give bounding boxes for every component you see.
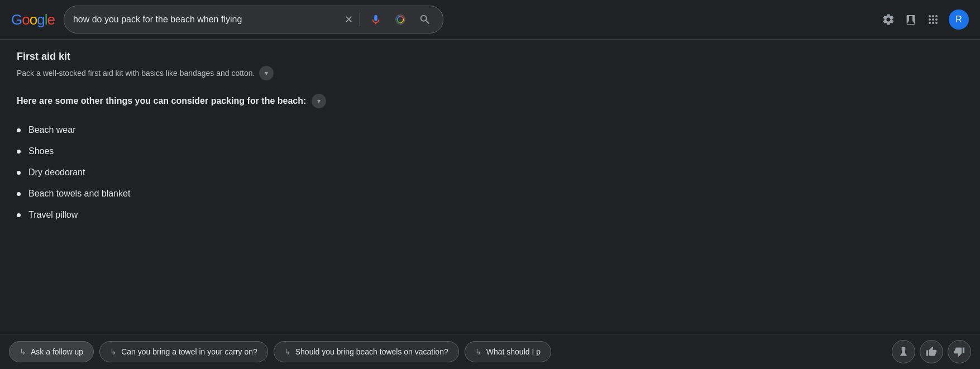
divider: [360, 13, 360, 26]
list-item-label: Dry deodorant: [28, 167, 85, 178]
expand-first-aid-btn[interactable]: ▾: [259, 66, 274, 80]
chip-carry-on-label: Can you bring a towel in your carry on?: [121, 347, 257, 356]
arrow-icon: ↳: [475, 347, 482, 356]
list-item: Beach wear: [17, 119, 486, 141]
list-item-label: Beach wear: [28, 125, 76, 135]
header-right: R: [882, 9, 969, 30]
thumbs-up-icon[interactable]: [920, 340, 943, 363]
bottom-right-buttons: [892, 340, 971, 363]
clear-icon[interactable]: ✕: [345, 13, 353, 26]
apps-icon[interactable]: [926, 13, 940, 26]
search-bar[interactable]: ✕: [64, 6, 443, 33]
bullet-dot: [17, 128, 21, 132]
chip-beach-vacation[interactable]: ↳ Should you bring beach towels on vacat…: [274, 341, 459, 362]
consider-heading: Here are some other things you can consi…: [17, 94, 486, 108]
expand-consider-btn[interactable]: ▾: [312, 94, 326, 108]
labs-icon[interactable]: [904, 13, 917, 26]
ask-follow-up-chip[interactable]: ↳ Ask a follow up: [9, 341, 94, 362]
bullet-dot: [17, 150, 21, 154]
first-aid-title: First aid kit: [17, 51, 486, 63]
google-logo: Google: [11, 11, 55, 28]
list-item: Beach towels and blanket: [17, 183, 486, 204]
user-avatar[interactable]: R: [949, 9, 969, 30]
list-item: Travel pillow: [17, 204, 486, 226]
arrow-icon: ↳: [20, 347, 26, 356]
list-item-label: Shoes: [28, 146, 54, 156]
settings-icon[interactable]: [882, 13, 895, 26]
search-submit-icon[interactable]: [416, 11, 434, 28]
main-content: First aid kit Pack a well-stocked first …: [0, 40, 503, 253]
labs-bottom-icon[interactable]: [892, 340, 915, 363]
lens-icon[interactable]: [391, 11, 409, 28]
bullet-dot: [17, 192, 21, 196]
voice-search-icon[interactable]: [367, 11, 385, 28]
thumbs-down-icon[interactable]: [948, 340, 971, 363]
list-item: Dry deodorant: [17, 162, 486, 183]
bottom-bar: ↳ Ask a follow up ↳ Can you bring a towe…: [0, 334, 980, 369]
packing-list: Beach wear Shoes Dry deodorant Beach tow…: [17, 119, 486, 226]
chip-carry-on[interactable]: ↳ Can you bring a towel in your carry on…: [99, 341, 268, 362]
list-item-label: Beach towels and blanket: [28, 189, 130, 199]
chip-what-should[interactable]: ↳ What should I p: [465, 341, 551, 362]
search-icon-group: ✕: [345, 11, 434, 28]
chip-beach-vacation-label: Should you bring beach towels on vacatio…: [295, 347, 448, 356]
search-input[interactable]: [73, 15, 339, 25]
ask-follow-up-label: Ask a follow up: [31, 347, 83, 356]
list-item: Shoes: [17, 141, 486, 162]
bullet-dot: [17, 213, 21, 217]
list-item-label: Travel pillow: [28, 210, 78, 220]
arrow-icon: ↳: [110, 347, 117, 356]
header: Google ✕: [0, 0, 980, 40]
bullet-dot: [17, 171, 21, 175]
first-aid-desc: Pack a well-stocked first aid kit with b…: [17, 66, 486, 80]
chip-what-should-label: What should I p: [486, 347, 541, 356]
arrow-icon: ↳: [284, 347, 291, 356]
